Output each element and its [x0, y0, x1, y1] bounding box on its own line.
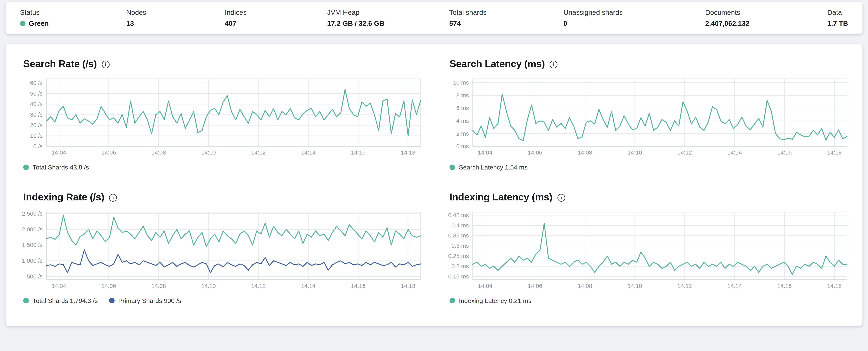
stat-value: 0	[563, 20, 567, 27]
y-axis-tick-label: 50 /s	[30, 90, 42, 97]
stat-label: Indices	[225, 8, 327, 17]
stat-label: Documents	[705, 8, 827, 17]
x-axis-tick-label: 14:06	[528, 149, 542, 156]
legend-dot-icon	[450, 298, 455, 303]
total-shards-line-series	[46, 215, 421, 247]
y-axis-tick-label: 30 /s	[30, 111, 42, 118]
legend-dot-icon	[109, 298, 115, 303]
legend-item-primary-shards[interactable]: Primary Shards 900 /s	[109, 297, 181, 304]
x-axis-tick-label: 14:12	[251, 282, 266, 289]
monitoring-overview-page: StatusGreenNodes13Indices407JVM Heap17.2…	[0, 2, 868, 351]
stat-value-row: 13	[126, 20, 225, 27]
stat-nodes: Nodes13	[126, 8, 225, 27]
stat-unassigned-shards: Unassigned shards0	[563, 8, 705, 27]
stat-indices: Indices407	[225, 8, 327, 27]
x-axis-tick-label: 14:14	[301, 282, 316, 289]
x-axis-tick-label: 14:10	[201, 149, 216, 156]
stat-value: 407	[225, 20, 236, 27]
legend-dot-icon	[450, 165, 455, 170]
search-latency-ms-chart: 0 ms2 ms4 ms6 ms8 ms10 ms14:0414:0614:08…	[445, 75, 849, 160]
y-axis-tick-label: 0.25 ms	[448, 253, 469, 259]
stat-status: StatusGreen	[20, 8, 126, 27]
stat-label: JVM Heap	[327, 8, 449, 17]
chart-legend: Total Shards 43.8 /s	[23, 164, 423, 171]
x-axis-tick-label: 14:10	[627, 282, 642, 289]
chart-legend: Total Shards 1,794.3 /sPrimary Shards 90…	[23, 297, 423, 304]
x-axis-tick-label: 14:10	[627, 149, 642, 156]
y-axis-tick-label: 40 /s	[30, 101, 42, 107]
y-axis-tick-label: 1,000 /s	[22, 257, 42, 264]
y-axis-tick-label: 2,000 /s	[22, 226, 42, 232]
charts-grid: Search Rate (/s)i0 /s10 /s20 /s30 /s40 /…	[5, 44, 863, 326]
chart-header: Search Latency (ms)i	[450, 58, 849, 70]
indexing-rate-s-chart: 500 /s1,000 /s1,500 /s2,000 /s2,500 /s14…	[19, 209, 423, 293]
stat-value-row: 574	[449, 20, 563, 27]
y-axis-tick-label: 0 ms	[456, 143, 469, 149]
x-axis-tick-label: 14:12	[677, 149, 692, 156]
x-axis-tick-label: 14:06	[101, 149, 116, 156]
search-latency-ms-panel: Search Latency (ms)i0 ms2 ms4 ms6 ms8 ms…	[445, 57, 849, 171]
indexing-latency-ms-panel: Indexing Latency (ms)i0.15 ms0.2 ms0.25 …	[445, 190, 849, 304]
chart-legend: Search Latency 1.54 ms	[450, 164, 849, 171]
y-axis-tick-label: 0.15 ms	[448, 273, 469, 280]
chart-title: Indexing Latency (ms)	[450, 191, 553, 203]
y-axis-tick-label: 2,500 /s	[22, 210, 42, 217]
x-axis-tick-label: 14:14	[727, 149, 742, 156]
stat-value-row: Green	[20, 20, 126, 27]
x-axis-tick-label: 14:18	[401, 149, 415, 156]
y-axis-tick-label: 20 /s	[30, 122, 42, 128]
chart-title: Indexing Rate (/s)	[23, 191, 104, 203]
legend-item-total-shards[interactable]: Total Shards 1,794.3 /s	[23, 297, 98, 304]
y-axis-tick-label: 0 /s	[33, 143, 42, 149]
x-axis-tick-label: 14:18	[827, 282, 842, 289]
chart-header: Indexing Latency (ms)i	[450, 191, 849, 203]
stat-label: Unassigned shards	[563, 8, 705, 17]
y-axis-tick-label: 4 ms	[456, 117, 469, 124]
stat-jvm-heap: JVM Heap17.2 GB / 32.6 GB	[327, 8, 449, 27]
stat-value-row: 17.2 GB / 32.6 GB	[327, 20, 449, 27]
chart-header: Indexing Rate (/s)i	[23, 191, 423, 203]
x-axis-tick-label: 14:18	[827, 149, 842, 156]
y-axis-tick-label: 10 ms	[453, 79, 469, 86]
legend-item-indexing-latency[interactable]: Indexing Latency 0.21 ms	[450, 297, 531, 304]
search-rate-s-panel: Search Rate (/s)i0 /s10 /s20 /s30 /s40 /…	[19, 57, 423, 171]
y-axis-tick-label: 0.2 ms	[452, 263, 469, 270]
info-icon[interactable]: i	[557, 194, 565, 202]
legend-dot-icon	[23, 298, 29, 303]
stat-label: Total shards	[449, 8, 563, 17]
x-axis-tick-label: 14:18	[401, 282, 415, 289]
x-axis-tick-label: 14:06	[101, 282, 116, 289]
stat-data: Data1.7 TB	[827, 8, 848, 27]
info-icon[interactable]: i	[550, 61, 557, 69]
legend-dot-icon	[23, 165, 29, 170]
legend-item-total-shards[interactable]: Total Shards 43.8 /s	[23, 164, 89, 171]
stat-value: 13	[126, 20, 134, 27]
legend-label: Search Latency 1.54 ms	[459, 164, 528, 171]
x-axis-tick-label: 14:12	[677, 282, 692, 289]
x-axis-tick-label: 14:16	[351, 149, 366, 156]
stat-value: 574	[449, 20, 461, 27]
x-axis-tick-label: 14:08	[578, 282, 592, 289]
x-axis-tick-label: 14:14	[301, 149, 316, 156]
y-axis-tick-label: 500 /s	[27, 273, 42, 279]
y-axis-tick-label: 0.35 ms	[448, 232, 469, 239]
x-axis-tick-label: 14:04	[52, 149, 66, 156]
legend-item-search-latency[interactable]: Search Latency 1.54 ms	[450, 164, 528, 171]
x-axis-tick-label: 14:06	[528, 282, 542, 289]
x-axis-tick-label: 14:04	[478, 282, 492, 289]
stats-bar: StatusGreenNodes13Indices407JVM Heap17.2…	[5, 2, 863, 34]
x-axis-tick-label: 14:08	[151, 282, 166, 289]
stat-documents: Documents2,407,062,132	[705, 8, 827, 27]
chart-header: Search Rate (/s)i	[23, 58, 423, 70]
y-axis-tick-label: 60 /s	[30, 80, 42, 86]
stat-value-row: 0	[563, 20, 705, 27]
info-icon[interactable]: i	[102, 61, 110, 69]
stat-label: Status	[20, 8, 126, 17]
stat-value: 17.2 GB / 32.6 GB	[327, 20, 384, 27]
x-axis-tick-label: 14:08	[151, 149, 166, 156]
legend-label: Indexing Latency 0.21 ms	[459, 297, 531, 304]
x-axis-tick-label: 14:16	[777, 149, 792, 156]
primary-shards-line-series	[46, 250, 421, 273]
stat-value-row: 1.7 TB	[827, 20, 848, 27]
info-icon[interactable]: i	[109, 194, 117, 202]
